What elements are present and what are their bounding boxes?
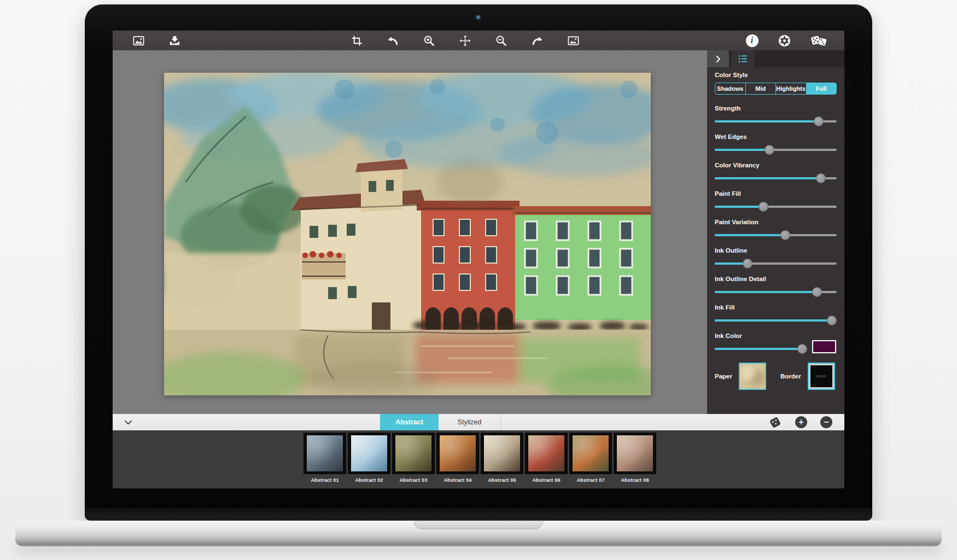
ink-color-slider[interactable]: [715, 344, 807, 354]
bottom-bar-icons: + −: [768, 414, 832, 430]
slider-thumb[interactable]: [758, 202, 768, 212]
slider-thumb[interactable]: [797, 344, 807, 354]
ink-color-swatch[interactable]: [812, 340, 836, 353]
color-style-option-highlights[interactable]: Highlights: [775, 83, 806, 94]
thumbnail-frame: [436, 433, 479, 474]
color-style-option-shadows[interactable]: Shadows: [715, 83, 745, 94]
info-icon[interactable]: i: [745, 33, 759, 48]
slider-thumb[interactable]: [780, 230, 790, 240]
thumbnail-label: Abstract 01: [304, 477, 346, 483]
filmstrip-items: Abstract 01Abstract 02Abstract 03Abstrac…: [304, 433, 656, 483]
thumbnail-image: [395, 435, 431, 471]
slider-fill: [715, 348, 802, 350]
ink-fill-slider[interactable]: [715, 316, 837, 325]
slider-thumb[interactable]: [743, 259, 752, 269]
slider-thumb[interactable]: [814, 116, 824, 126]
sliders-container: StrengthWet EdgesColor VibrancyPaint Fil…: [715, 105, 837, 354]
slider-label-ink-outline-detail: Ink Outline Detail: [715, 276, 837, 282]
preset-thumbnail-abstract-07[interactable]: Abstract 07: [569, 433, 612, 483]
rotate-left-icon[interactable]: [386, 33, 400, 48]
preset-thumbnail-abstract-01[interactable]: Abstract 01: [304, 433, 346, 483]
photo-library-icon[interactable]: [131, 33, 145, 48]
slider-label-strength: Strength: [715, 105, 837, 112]
add-preset-icon[interactable]: +: [795, 416, 807, 428]
paper-swatch[interactable]: [739, 363, 766, 390]
panel-collapse-button[interactable]: [707, 50, 729, 67]
slider-fill: [715, 149, 769, 151]
paint-fill-slider[interactable]: [715, 202, 837, 212]
paint-variation-slider[interactable]: [715, 230, 837, 240]
bottom-bar: AbstractStylized + −: [113, 414, 844, 430]
remove-preset-icon[interactable]: −: [820, 416, 832, 428]
thumbnail-label: Abstract 06: [525, 477, 568, 483]
thumbnail-frame: [348, 433, 390, 474]
artwork-canvas[interactable]: [164, 73, 651, 395]
slider-thumb[interactable]: [816, 173, 826, 183]
preset-thumbnail-abstract-05[interactable]: Abstract 05: [481, 433, 523, 483]
preset-thumbnail-abstract-06[interactable]: Abstract 06: [525, 433, 568, 483]
slider-label-paint-variation: Paint Variation: [715, 219, 837, 225]
slider-group-ink-color: Ink Color: [715, 332, 837, 354]
color-style-option-mid[interactable]: Mid: [745, 83, 776, 94]
thumbnail-image: [573, 435, 609, 471]
slider-label-ink-outline: Ink Outline: [715, 247, 837, 254]
thumbnail-label: Abstract 04: [436, 477, 479, 483]
randomize-dice-icon[interactable]: [809, 33, 828, 48]
zoom-in-icon[interactable]: [422, 33, 436, 48]
ink-outline-detail-slider[interactable]: [715, 287, 837, 297]
thumbnail-frame: [525, 433, 568, 474]
slider-fill: [715, 120, 819, 122]
color-vibrancy-slider[interactable]: [715, 173, 837, 183]
preset-thumbnail-abstract-08[interactable]: Abstract 08: [614, 433, 656, 483]
preset-thumbnail-abstract-04[interactable]: Abstract 04: [436, 433, 479, 483]
slider-group-ink-outline: Ink Outline: [715, 247, 837, 269]
preset-thumbnail-abstract-02[interactable]: Abstract 02: [348, 433, 390, 483]
preset-list-tab[interactable]: [731, 50, 754, 67]
slider-group-paint-variation: Paint Variation: [715, 219, 837, 240]
thumbnail-frame: [481, 433, 523, 474]
color-style-option-full[interactable]: Full: [806, 83, 837, 94]
toolbar-center-group: [349, 31, 580, 50]
thumbnail-frame: [614, 433, 656, 474]
strength-slider[interactable]: [715, 116, 837, 126]
zoom-out-icon[interactable]: [494, 33, 508, 48]
slider-label-ink-color: Ink Color: [715, 332, 837, 339]
slider-group-ink-outline-detail: Ink Outline Detail: [715, 276, 837, 297]
export-save-icon[interactable]: [167, 33, 182, 48]
slider-thumb[interactable]: [827, 316, 837, 325]
toolbar-left-group: [131, 31, 182, 50]
laptop-base-edge: [15, 539, 942, 546]
preset-thumbnail-abstract-03[interactable]: Abstract 03: [392, 433, 435, 483]
slider-group-ink-fill: Ink Fill: [715, 304, 837, 325]
crop-icon[interactable]: [349, 33, 364, 48]
border-swatch[interactable]: NONE: [808, 363, 835, 390]
settings-gear-icon[interactable]: [777, 33, 791, 48]
thumbnail-image: [351, 435, 387, 471]
slider-group-wet-edges: Wet Edges: [715, 133, 837, 155]
settings-panel: Color Style ShadowsMidHighlightsFull Str…: [707, 50, 844, 414]
ink-outline-slider[interactable]: [715, 259, 837, 269]
slider-fill: [715, 206, 763, 208]
info-glyph: i: [751, 36, 753, 45]
wet-edges-slider[interactable]: [715, 145, 837, 155]
app-window: i: [113, 31, 844, 488]
slider-fill: [715, 291, 817, 293]
tab-stylized[interactable]: Stylized: [439, 414, 501, 430]
paper-border-row: Paper Border NONE: [715, 363, 837, 390]
slider-fill: [715, 319, 832, 322]
canvas-area: [113, 50, 707, 414]
slider-label-ink-fill: Ink Fill: [715, 304, 837, 311]
color-style-label: Color Style: [715, 72, 837, 78]
redo-icon[interactable]: [530, 33, 544, 48]
slider-label-wet-edges: Wet Edges: [715, 133, 837, 140]
slider-thumb[interactable]: [812, 287, 822, 297]
move-icon[interactable]: [458, 33, 472, 48]
panel-body: Color Style ShadowsMidHighlightsFull Str…: [707, 67, 844, 390]
chevron-down-icon[interactable]: [120, 414, 136, 430]
image-preview-icon[interactable]: [566, 33, 580, 48]
slider-thumb[interactable]: [765, 145, 774, 155]
laptop-lid-notch: [413, 521, 544, 529]
slider-fill: [715, 177, 821, 179]
randomize-die-icon[interactable]: [768, 415, 782, 429]
tab-abstract[interactable]: Abstract: [380, 414, 439, 430]
